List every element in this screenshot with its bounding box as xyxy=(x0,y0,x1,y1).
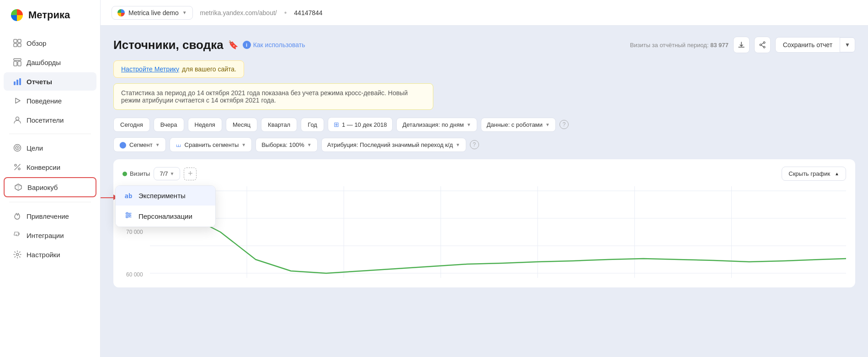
sidebar-item-integrations[interactable]: Интеграции xyxy=(4,226,96,244)
flame-icon xyxy=(13,211,22,221)
site-selector[interactable]: Metrica live demo ▼ xyxy=(112,6,193,20)
percent-icon xyxy=(13,162,22,172)
compare-chevron: ▼ xyxy=(241,142,246,147)
sample-button[interactable]: Выборка: 100% ▼ xyxy=(256,138,318,152)
segment-chevron: ▼ xyxy=(155,142,160,147)
filter-week[interactable]: Неделя xyxy=(188,118,222,132)
svg-point-40 xyxy=(128,214,130,216)
export-button[interactable] xyxy=(733,37,750,53)
visits-text: Визиты за отчётный период: 83 977 xyxy=(630,42,728,49)
segment-button[interactable]: ⬤ Сегмент ▼ xyxy=(113,137,166,152)
segment-help-icon[interactable]: ? xyxy=(470,140,479,149)
logo-icon xyxy=(9,7,25,23)
segment-icon: ⬤ xyxy=(119,141,127,148)
svg-point-16 xyxy=(15,164,16,166)
svg-rect-8 xyxy=(14,81,16,85)
y-label-70000: 70 000 xyxy=(126,229,146,235)
compare-segments-button[interactable]: ⧢ Сравнить сегменты ▼ xyxy=(170,137,252,152)
svg-line-24 xyxy=(761,43,763,44)
nav-divider-2 xyxy=(9,202,91,202)
svg-point-14 xyxy=(17,147,18,149)
dropdown-item-personalizations-label: Персонализации xyxy=(138,212,192,220)
hide-chart-button[interactable]: Скрыть график ▲ xyxy=(782,167,846,181)
svg-rect-9 xyxy=(16,80,18,85)
sidebar-item-behavior[interactable]: Поведение xyxy=(4,92,96,110)
share-button[interactable] xyxy=(754,37,771,53)
attribution-label: Атрибуция: Последний значимый переход к/… xyxy=(327,141,453,148)
save-report-button[interactable]: Сохранить отчет ▼ xyxy=(775,37,855,53)
filter-month[interactable]: Месяц xyxy=(226,118,257,132)
svg-rect-4 xyxy=(18,43,21,47)
sidebar-item-reports[interactable]: Отчеты xyxy=(4,72,96,91)
sidebar-item-overview-label: Обзор xyxy=(27,39,46,47)
data-dropdown[interactable]: Данные: с роботами ▼ xyxy=(481,118,556,132)
svg-point-21 xyxy=(763,42,765,43)
filter-quarter[interactable]: Квартал xyxy=(261,118,297,132)
date-range-button[interactable]: ⊞ 1 — 10 дек 2018 xyxy=(328,117,393,132)
metrics-count-chevron: ▼ xyxy=(170,171,175,176)
detail-dropdown[interactable]: Детализация: по дням ▼ xyxy=(396,118,477,132)
yellow-notice-link[interactable]: Настройте Метрику xyxy=(121,65,179,73)
svg-line-15 xyxy=(15,164,20,170)
filter-year[interactable]: Год xyxy=(301,118,324,132)
svg-point-23 xyxy=(760,44,761,46)
sidebar-item-dashboards[interactable]: Дашборды xyxy=(4,53,96,71)
svg-point-39 xyxy=(126,212,128,214)
hide-chart-chevron: ▲ xyxy=(835,171,839,176)
attribution-button[interactable]: Атрибуция: Последний значимый переход к/… xyxy=(321,138,466,152)
save-report-arrow[interactable]: ▼ xyxy=(840,38,855,52)
sidebar-item-goals[interactable]: Цели xyxy=(4,139,96,157)
svg-rect-10 xyxy=(19,78,21,85)
logo-text: Метрика xyxy=(28,9,70,21)
add-metric-button[interactable]: + xyxy=(184,168,197,180)
play-icon xyxy=(13,96,22,105)
filter-help-icon[interactable]: ? xyxy=(559,120,569,129)
svg-point-22 xyxy=(763,46,765,48)
segment-bar: ⬤ Сегмент ▼ ⧢ Сравнить сегменты ▼ Выборк… xyxy=(113,137,855,152)
bar-chart-icon xyxy=(13,77,22,86)
sidebar-item-conversions[interactable]: Конверсии xyxy=(4,158,96,176)
data-chevron: ▼ xyxy=(545,122,550,127)
site-selector-chevron: ▼ xyxy=(182,10,187,15)
save-report-label: Сохранить отчет xyxy=(776,38,840,52)
svg-point-11 xyxy=(16,117,19,120)
cube-icon xyxy=(14,183,23,192)
metrics-count-label: 7/7 xyxy=(160,170,168,177)
sliders-icon xyxy=(124,211,133,221)
bookmark-icon[interactable]: 🔖 xyxy=(228,40,238,50)
puzzle-icon xyxy=(13,231,22,240)
y-label-60000: 60 000 xyxy=(126,271,146,278)
calendar-icon: ⊞ xyxy=(334,121,339,128)
nav-divider-1 xyxy=(9,134,91,134)
sidebar-item-behavior-label: Поведение xyxy=(27,97,62,105)
compare-segments-label: Сравнить сегменты xyxy=(185,141,239,148)
compare-icon: ⧢ xyxy=(176,141,182,148)
metrics-count-button[interactable]: 7/7 ▼ xyxy=(154,167,180,180)
sidebar-item-variocube[interactable]: Вариокуб xyxy=(4,177,96,197)
sample-chevron: ▼ xyxy=(307,142,312,147)
dropdown-item-experiments[interactable]: ab Эксперименты xyxy=(116,186,215,206)
svg-rect-7 xyxy=(18,61,21,66)
info-notice-text: Статистика за период до 14 октября 2021 … xyxy=(121,89,408,104)
sidebar-item-settings[interactable]: Настройки xyxy=(4,245,96,264)
svg-point-41 xyxy=(126,216,128,218)
dropdown-item-personalizations[interactable]: Персонализации xyxy=(116,206,215,227)
detail-chevron: ▼ xyxy=(467,122,471,127)
gear-icon xyxy=(13,250,22,259)
grid-icon xyxy=(13,38,22,48)
how-to-use-link[interactable]: i Как использовать xyxy=(243,41,305,49)
data-label: Данные: с роботами xyxy=(487,121,543,128)
sidebar: Метрика Обзор Дашборды Отчеты xyxy=(0,0,101,357)
filter-today[interactable]: Сегодня xyxy=(113,118,150,132)
site-id: 44147844 xyxy=(294,9,322,16)
sidebar-item-attraction[interactable]: Привлечение xyxy=(4,207,96,225)
filter-yesterday[interactable]: Вчера xyxy=(154,118,184,132)
svg-point-17 xyxy=(18,168,20,170)
sidebar-item-reports-label: Отчеты xyxy=(27,78,52,86)
date-range-label: 1 — 10 дек 2018 xyxy=(342,121,387,128)
user-icon xyxy=(13,115,22,124)
separator: • xyxy=(284,9,287,17)
sidebar-item-overview[interactable]: Обзор xyxy=(4,34,96,52)
sidebar-item-visitors[interactable]: Посетители xyxy=(4,111,96,129)
sidebar-nav: Обзор Дашборды Отчеты Поведение xyxy=(0,34,100,357)
